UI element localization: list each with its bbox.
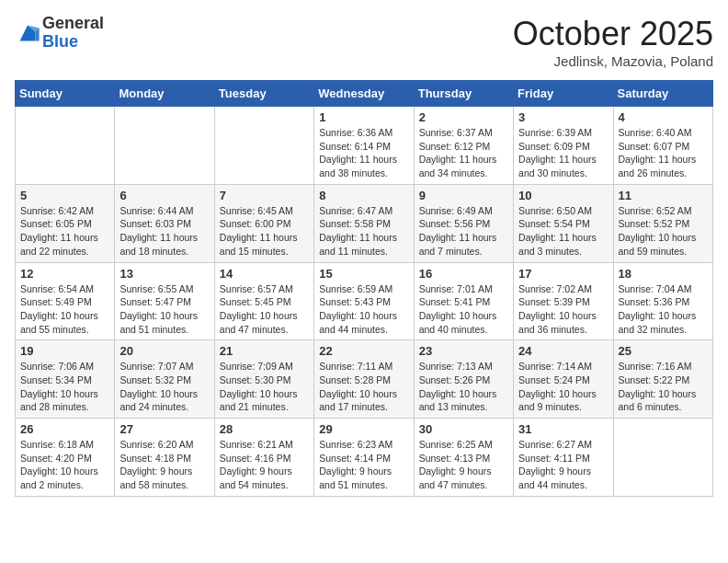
day-info: Sunrise: 6:21 AM Sunset: 4:16 PM Dayligh… [220,438,309,492]
calendar-cell: 24Sunrise: 7:14 AM Sunset: 5:24 PM Dayli… [514,340,613,419]
day-number: 29 [319,422,408,436]
day-info: Sunrise: 6:23 AM Sunset: 4:14 PM Dayligh… [319,438,408,492]
day-info: Sunrise: 6:47 AM Sunset: 5:58 PM Dayligh… [319,204,408,259]
day-info: Sunrise: 7:01 AM Sunset: 5:41 PM Dayligh… [419,282,508,337]
calendar-cell: 27Sunrise: 6:20 AM Sunset: 4:18 PM Dayli… [115,419,214,497]
weekday-header-friday: Friday [514,81,613,107]
calendar-cell: 15Sunrise: 6:59 AM Sunset: 5:43 PM Dayli… [314,262,414,340]
calendar-cell [214,107,313,185]
day-number: 22 [319,344,408,358]
calendar-cell: 12Sunrise: 6:54 AM Sunset: 5:49 PM Dayli… [16,262,115,340]
calendar-cell: 19Sunrise: 7:06 AM Sunset: 5:34 PM Dayli… [16,340,115,419]
weekday-header-sunday: Sunday [16,81,115,107]
day-number: 28 [220,422,309,436]
day-number: 11 [619,189,708,202]
day-number: 8 [319,189,408,202]
logo-general: General [42,14,104,32]
calendar-week-2: 5Sunrise: 6:42 AM Sunset: 6:05 PM Daylig… [16,184,713,262]
day-info: Sunrise: 6:37 AM Sunset: 6:12 PM Dayligh… [419,126,508,180]
day-number: 5 [20,189,109,202]
day-number: 13 [119,267,209,281]
day-info: Sunrise: 6:57 AM Sunset: 5:45 PM Dayligh… [220,282,309,337]
calendar-cell: 18Sunrise: 7:04 AM Sunset: 5:36 PM Dayli… [613,262,712,340]
day-number: 7 [220,189,309,202]
day-info: Sunrise: 7:16 AM Sunset: 5:22 PM Dayligh… [619,360,708,414]
logo-icon [15,20,40,46]
day-info: Sunrise: 7:02 AM Sunset: 5:39 PM Dayligh… [518,282,608,337]
day-number: 15 [319,267,408,281]
day-number: 25 [619,344,708,358]
day-number: 23 [419,344,508,358]
calendar-cell: 10Sunrise: 6:50 AM Sunset: 5:54 PM Dayli… [514,184,613,262]
calendar-week-1: 1Sunrise: 6:36 AM Sunset: 6:14 PM Daylig… [16,107,713,185]
day-info: Sunrise: 6:59 AM Sunset: 5:43 PM Dayligh… [319,282,408,337]
calendar-cell: 8Sunrise: 6:47 AM Sunset: 5:58 PM Daylig… [314,184,414,262]
weekday-row: SundayMondayTuesdayWednesdayThursdayFrid… [16,81,713,107]
calendar-week-4: 19Sunrise: 7:06 AM Sunset: 5:34 PM Dayli… [16,340,713,419]
day-number: 27 [119,422,209,436]
calendar-cell: 21Sunrise: 7:09 AM Sunset: 5:30 PM Dayli… [214,340,313,419]
calendar-cell: 23Sunrise: 7:13 AM Sunset: 5:26 PM Dayli… [414,340,513,419]
logo-blue: Blue [42,32,78,51]
day-info: Sunrise: 6:45 AM Sunset: 6:00 PM Dayligh… [220,204,309,259]
weekday-header-wednesday: Wednesday [314,81,414,107]
day-number: 16 [419,267,508,281]
day-info: Sunrise: 7:07 AM Sunset: 5:32 PM Dayligh… [119,360,209,414]
calendar-cell: 31Sunrise: 6:27 AM Sunset: 4:11 PM Dayli… [514,419,613,497]
day-info: Sunrise: 6:54 AM Sunset: 5:49 PM Dayligh… [20,282,109,337]
day-info: Sunrise: 6:42 AM Sunset: 6:05 PM Dayligh… [20,204,109,259]
day-info: Sunrise: 7:06 AM Sunset: 5:34 PM Dayligh… [20,360,109,414]
calendar-cell: 1Sunrise: 6:36 AM Sunset: 6:14 PM Daylig… [314,107,414,185]
day-number: 17 [518,267,608,281]
day-number: 24 [518,344,608,358]
calendar-week-3: 12Sunrise: 6:54 AM Sunset: 5:49 PM Dayli… [16,262,713,340]
day-info: Sunrise: 6:50 AM Sunset: 5:54 PM Dayligh… [518,204,608,259]
weekday-header-saturday: Saturday [613,81,712,107]
title-block: October 2025 Jedlinsk, Mazovia, Poland [513,15,713,69]
day-number: 4 [619,110,708,124]
calendar-cell: 13Sunrise: 6:55 AM Sunset: 5:47 PM Dayli… [115,262,214,340]
calendar-cell: 22Sunrise: 7:11 AM Sunset: 5:28 PM Dayli… [314,340,414,419]
day-info: Sunrise: 7:04 AM Sunset: 5:36 PM Dayligh… [619,282,708,337]
calendar-cell: 17Sunrise: 7:02 AM Sunset: 5:39 PM Dayli… [514,262,613,340]
calendar-week-5: 26Sunrise: 6:18 AM Sunset: 4:20 PM Dayli… [16,419,713,497]
calendar-cell [115,107,214,185]
calendar-table: SundayMondayTuesdayWednesdayThursdayFrid… [15,80,713,497]
calendar-cell: 16Sunrise: 7:01 AM Sunset: 5:41 PM Dayli… [414,262,513,340]
day-info: Sunrise: 6:44 AM Sunset: 6:03 PM Dayligh… [119,204,209,259]
day-number: 14 [220,267,309,281]
calendar-cell: 20Sunrise: 7:07 AM Sunset: 5:32 PM Dayli… [115,340,214,419]
day-info: Sunrise: 6:40 AM Sunset: 6:07 PM Dayligh… [619,126,708,180]
day-info: Sunrise: 6:36 AM Sunset: 6:14 PM Dayligh… [319,126,408,180]
location: Jedlinsk, Mazovia, Poland [513,53,713,69]
weekday-header-monday: Monday [115,81,214,107]
calendar-cell: 26Sunrise: 6:18 AM Sunset: 4:20 PM Dayli… [16,419,115,497]
page-header: General Blue October 2025 Jedlinsk, Mazo… [15,15,713,69]
calendar-cell [16,107,115,185]
month-title: October 2025 [513,15,713,53]
day-number: 26 [20,422,109,436]
day-number: 6 [119,189,209,202]
calendar-cell: 14Sunrise: 6:57 AM Sunset: 5:45 PM Dayli… [214,262,313,340]
calendar-cell: 25Sunrise: 7:16 AM Sunset: 5:22 PM Dayli… [613,340,712,419]
calendar-cell: 28Sunrise: 6:21 AM Sunset: 4:16 PM Dayli… [214,419,313,497]
day-number: 20 [119,344,209,358]
day-info: Sunrise: 7:11 AM Sunset: 5:28 PM Dayligh… [319,360,408,414]
day-info: Sunrise: 6:27 AM Sunset: 4:11 PM Dayligh… [518,438,608,492]
day-info: Sunrise: 6:55 AM Sunset: 5:47 PM Dayligh… [119,282,209,337]
day-info: Sunrise: 7:14 AM Sunset: 5:24 PM Dayligh… [518,360,608,414]
calendar-cell: 29Sunrise: 6:23 AM Sunset: 4:14 PM Dayli… [314,419,414,497]
calendar-cell: 3Sunrise: 6:39 AM Sunset: 6:09 PM Daylig… [514,107,613,185]
day-number: 12 [20,267,109,281]
calendar-header: SundayMondayTuesdayWednesdayThursdayFrid… [16,81,713,107]
weekday-header-tuesday: Tuesday [214,81,313,107]
day-info: Sunrise: 7:09 AM Sunset: 5:30 PM Dayligh… [220,360,309,414]
calendar-cell: 2Sunrise: 6:37 AM Sunset: 6:12 PM Daylig… [414,107,513,185]
day-info: Sunrise: 6:49 AM Sunset: 5:56 PM Dayligh… [419,204,508,259]
calendar-cell: 4Sunrise: 6:40 AM Sunset: 6:07 PM Daylig… [613,107,712,185]
day-number: 19 [20,344,109,358]
day-number: 3 [518,110,608,124]
day-number: 9 [419,189,508,202]
calendar-body: 1Sunrise: 6:36 AM Sunset: 6:14 PM Daylig… [16,107,713,497]
calendar-cell: 30Sunrise: 6:25 AM Sunset: 4:13 PM Dayli… [414,419,513,497]
